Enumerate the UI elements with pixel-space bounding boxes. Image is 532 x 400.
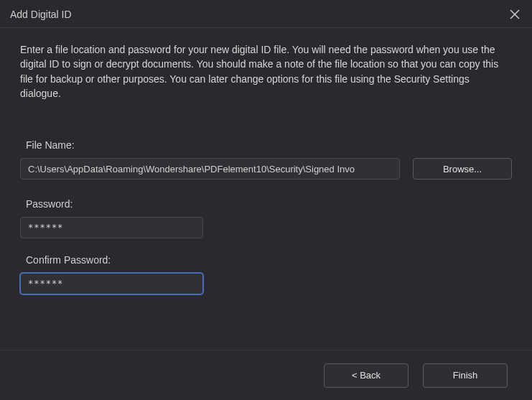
- password-section: Password:: [20, 198, 512, 238]
- file-section: File Name: Browse...: [20, 139, 512, 180]
- confirm-password-label: Confirm Password:: [26, 254, 512, 266]
- confirm-password-section: Confirm Password:: [20, 254, 512, 294]
- file-name-label: File Name:: [26, 139, 512, 151]
- dialog-title: Add Digital ID: [10, 9, 72, 20]
- password-label: Password:: [26, 198, 512, 210]
- confirm-password-input[interactable]: [20, 273, 203, 294]
- close-icon: [510, 9, 520, 19]
- back-button[interactable]: < Back: [324, 363, 409, 388]
- dialog-content: Enter a file location and password for y…: [0, 28, 532, 294]
- titlebar: Add Digital ID: [0, 0, 532, 28]
- close-button[interactable]: [508, 7, 522, 22]
- dialog-footer: < Back Finish: [0, 350, 532, 400]
- file-name-input[interactable]: [20, 158, 400, 180]
- password-input[interactable]: [20, 217, 203, 238]
- browse-button[interactable]: Browse...: [413, 158, 512, 180]
- intro-text: Enter a file location and password for y…: [20, 42, 512, 101]
- finish-button[interactable]: Finish: [423, 363, 508, 388]
